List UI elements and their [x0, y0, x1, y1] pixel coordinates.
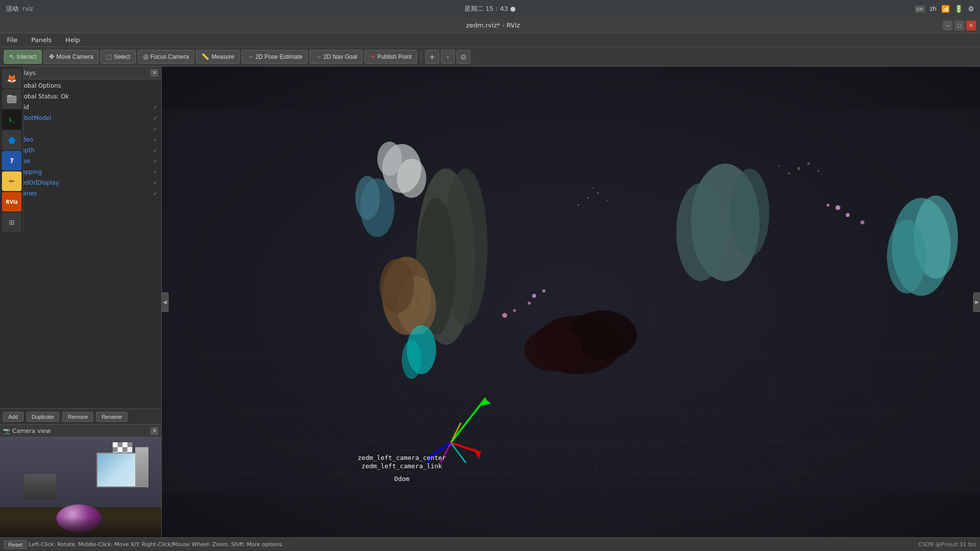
display-item-global-options[interactable]: ▶ ⚙ Global Options: [0, 80, 161, 91]
menu-panels[interactable]: Panels: [28, 35, 55, 45]
activity-label[interactable]: 活动: [6, 4, 19, 13]
displays-panel-close[interactable]: ✕: [150, 69, 158, 77]
svg-point-52: [779, 166, 780, 167]
locale-indicator[interactable]: cn: [915, 5, 925, 13]
move-camera-button[interactable]: ✥ Move Camera: [44, 50, 98, 64]
label-robotmodel: RobotModel: [17, 115, 150, 121]
display-item-robotmodel[interactable]: ▶ ▣ RobotModel ✓: [0, 113, 161, 123]
svg-point-46: [592, 188, 594, 189]
dock-firefox[interactable]: 🦊: [2, 69, 22, 88]
dock-rviz[interactable]: RViz: [2, 192, 22, 212]
display-item-depth[interactable]: ▶ ▣ Depth ✓: [0, 145, 161, 156]
nav-goal-icon: →: [315, 53, 321, 60]
select-button[interactable]: ⬚ Select: [100, 50, 135, 64]
system-datetime: 星期二 15：43 ●: [465, 5, 516, 12]
menu-file[interactable]: File: [4, 35, 21, 45]
rename-display-button[interactable]: Rename: [96, 412, 127, 422]
reset-button[interactable]: Reset: [4, 540, 27, 549]
publish-icon: ✦: [370, 53, 375, 60]
viewport-right-panel-toggle[interactable]: ▶: [973, 292, 980, 312]
dock-files[interactable]: [2, 89, 22, 109]
left-sidebar: 🖥 Displays ✕ ▶ ⚙ Global Options ▶ ✓ Glob…: [0, 67, 162, 537]
publish-point-button[interactable]: ✦ Publish Point: [365, 50, 417, 64]
svg-point-42: [587, 197, 589, 199]
label-grid: Grid: [17, 104, 150, 111]
title-bar: zedm.rviz* - RViz ─ □ ✕: [0, 18, 980, 33]
display-buttons: Add Duplicate Remove Rename: [0, 408, 161, 424]
check-zedoddisplay[interactable]: ✓: [151, 179, 159, 187]
measure-button[interactable]: 📏 Measure: [196, 50, 240, 64]
close-button[interactable]: ✕: [966, 21, 976, 30]
dock-terminal[interactable]: $_: [2, 110, 22, 129]
focus-icon: ◎: [143, 53, 148, 60]
focus-camera-button[interactable]: ◎ Focus Camera: [138, 50, 195, 64]
maximize-button[interactable]: □: [955, 21, 964, 30]
displays-list: ▶ ⚙ Global Options ▶ ✓ Global Status: Ok…: [0, 79, 161, 408]
camera-panel-icon: 📷: [3, 428, 10, 434]
zoom-in-button[interactable]: +: [425, 50, 439, 64]
svg-text:zedm_left_camera_link: zedm_left_camera_link: [362, 462, 442, 470]
svg-point-34: [502, 313, 507, 318]
camera-image: [0, 437, 161, 537]
reset-view-button[interactable]: ⊙: [457, 50, 470, 64]
camera-view-area: [0, 437, 161, 537]
display-item-pose[interactable]: ▶ ▣ Pose ✓: [0, 156, 161, 167]
svg-point-18: [380, 259, 414, 313]
toolbar: ↖ Interact ✥ Move Camera ⬚ Select ◎ Focu…: [0, 47, 980, 67]
display-item-mapping[interactable]: ▶ ▣ Mapping ✓: [0, 167, 161, 177]
nav-goal-button[interactable]: → 2D Nav Goal: [310, 50, 363, 64]
svg-point-26: [377, 142, 402, 176]
check-video[interactable]: ✓: [151, 136, 159, 144]
label-zedoddisplay: ZedOdDisplay: [18, 179, 150, 186]
display-item-planes[interactable]: ▶ ● Planes ✓: [0, 188, 161, 199]
pose-estimate-button[interactable]: → 2D Pose Estimate: [242, 50, 308, 64]
check-depth[interactable]: ✓: [151, 146, 159, 154]
remove-display-button[interactable]: Remove: [62, 412, 93, 422]
lang-indicator[interactable]: zh: [930, 5, 937, 12]
displays-panel: 🖥 Displays ✕ ▶ ⚙ Global Options ▶ ✓ Glob…: [0, 67, 161, 425]
check-pose[interactable]: ✓: [151, 157, 159, 165]
label-video: Video: [17, 136, 150, 143]
add-display-button[interactable]: Add: [3, 412, 24, 422]
svg-point-33: [860, 220, 864, 224]
display-item-video[interactable]: ▶ ▣ Video ✓: [0, 134, 161, 145]
check-tf[interactable]: ✓: [151, 125, 159, 133]
dock-vscode[interactable]: ⬟: [2, 130, 22, 150]
label-tf: TF: [18, 125, 150, 132]
svg-point-45: [577, 204, 579, 206]
duplicate-display-button[interactable]: Duplicate: [26, 412, 60, 422]
menu-help[interactable]: Help: [63, 35, 83, 45]
interact-button[interactable]: ↖ Interact: [4, 50, 42, 64]
display-item-tf[interactable]: ▶ TF TF ✓: [0, 123, 161, 134]
sidebar-collapse-button[interactable]: ◀: [162, 292, 169, 312]
window-title: zedm.rviz* - RViz: [43, 22, 943, 29]
check-mapping[interactable]: ✓: [151, 168, 159, 176]
label-depth: Depth: [17, 147, 150, 154]
zoom-out-button[interactable]: -: [441, 50, 455, 64]
wifi-icon: 📶: [941, 5, 950, 13]
svg-point-41: [524, 328, 583, 372]
svg-point-43: [597, 192, 599, 194]
main-layout: 🖥 Displays ✕ ▶ ⚙ Global Options ▶ ✓ Glob…: [0, 67, 980, 537]
display-item-grid[interactable]: ▶ ⊞ Grid ✓: [0, 102, 161, 113]
settings-icon[interactable]: ⚙: [968, 5, 974, 13]
measure-icon: 📏: [201, 53, 209, 60]
3d-viewport[interactable]: zedm_left_camera_center zedm_left_camera…: [162, 67, 980, 537]
camera-panel-close[interactable]: ✕: [150, 427, 158, 435]
check-planes[interactable]: ✓: [151, 190, 159, 197]
display-item-zedoddisplay[interactable]: ▶ ★ ZedOdDisplay ✓: [0, 177, 161, 188]
dock-notes[interactable]: ✏: [2, 171, 22, 191]
check-grid[interactable]: ✓: [151, 103, 159, 111]
display-item-global-status[interactable]: ▶ ✓ Global Status: Ok: [0, 91, 161, 102]
svg-rect-68: [7, 95, 12, 96]
svg-point-28: [542, 289, 545, 292]
check-robotmodel[interactable]: ✓: [151, 114, 159, 122]
svg-point-49: [808, 163, 810, 165]
svg-point-48: [797, 167, 800, 170]
svg-point-27: [532, 294, 536, 298]
minimize-button[interactable]: ─: [943, 21, 953, 30]
dock-help[interactable]: ?: [2, 151, 22, 170]
displays-panel-header: 🖥 Displays ✕: [0, 67, 161, 79]
label-pose: Pose: [17, 158, 150, 165]
dock-appgrid[interactable]: ⊞: [2, 213, 22, 232]
